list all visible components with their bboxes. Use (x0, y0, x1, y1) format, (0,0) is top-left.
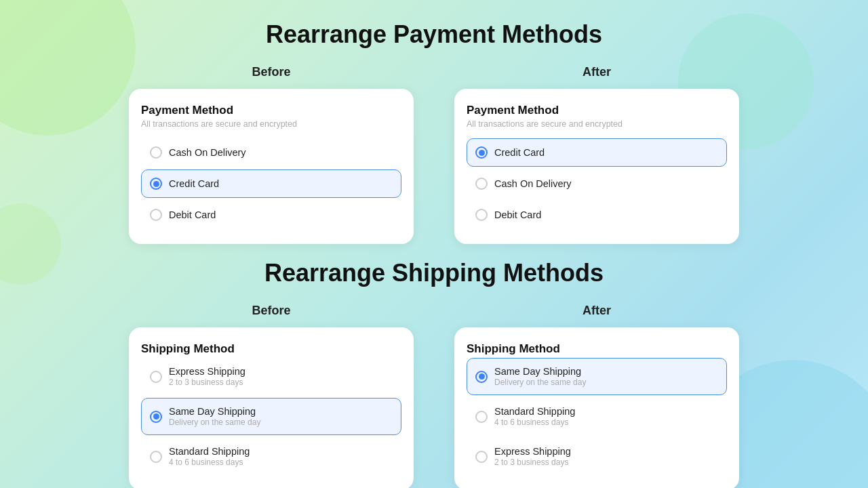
radio-standard-before (150, 451, 162, 463)
option-sublabel-express-before: 2 to 3 business days (169, 378, 245, 387)
option-label-dc-before: Debit Card (169, 209, 216, 220)
shipping-before-option-standard[interactable]: Standard Shipping 4 to 6 business days (141, 438, 401, 475)
payment-after-label: After (454, 65, 739, 79)
shipping-before-card: Shipping Method Express Shipping 2 to 3 … (129, 327, 414, 488)
radio-cod-before (150, 146, 162, 159)
option-label-cod-before: Cash On Delivery (169, 147, 246, 158)
option-label-dc-after: Debit Card (494, 209, 541, 220)
payment-after-option-cc[interactable]: Credit Card (467, 138, 727, 167)
shipping-after-card: Shipping Method Same Day Shipping Delive… (454, 327, 739, 488)
payment-after-option-dc[interactable]: Debit Card (467, 201, 727, 229)
payment-after-column: After Payment Method All transactions ar… (454, 65, 739, 244)
radio-inner-sameday-after (479, 373, 485, 380)
shipping-after-column: After Shipping Method Same Day Shipping … (454, 304, 739, 488)
radio-inner-sameday-before (153, 413, 159, 420)
payment-columns: Before Payment Method All transactions a… (0, 65, 868, 244)
shipping-columns: Before Shipping Method Express Shipping … (0, 304, 868, 488)
option-sublabel-sameday-after: Delivery on the same day (494, 378, 586, 387)
shipping-after-label: After (454, 304, 739, 318)
option-label-cc-before: Credit Card (169, 178, 219, 189)
payment-before-column: Before Payment Method All transactions a… (129, 65, 414, 244)
radio-sameday-before (150, 411, 162, 423)
radio-cc-after (475, 146, 488, 159)
option-sublabel-express-after: 2 to 3 business days (494, 458, 571, 467)
shipping-after-option-standard[interactable]: Standard Shipping 4 to 6 business days (467, 398, 727, 435)
payment-before-option-cod[interactable]: Cash On Delivery (141, 138, 401, 167)
shipping-section-title: Rearrange Shipping Methods (0, 259, 868, 287)
radio-inner-cc-before (153, 181, 159, 187)
shipping-after-card-title: Shipping Method (467, 342, 727, 356)
payment-after-card: Payment Method All transactions are secu… (454, 89, 739, 244)
payment-after-card-title: Payment Method (467, 104, 727, 117)
radio-express-after (475, 451, 488, 463)
option-label-standard-before: Standard Shipping (169, 446, 250, 457)
shipping-before-card-title: Shipping Method (141, 342, 401, 356)
radio-cc-before (150, 178, 162, 190)
option-label-sameday-after: Same Day Shipping (494, 366, 586, 377)
payment-before-card-subtitle: All transactions are secure and encrypte… (141, 119, 401, 129)
option-sublabel-standard-after: 4 to 6 business days (494, 418, 575, 427)
radio-express-before (150, 371, 162, 383)
shipping-after-option-express[interactable]: Express Shipping 2 to 3 business days (467, 438, 727, 475)
radio-dc-before (150, 209, 162, 221)
payment-after-option-cod[interactable]: Cash On Delivery (467, 169, 727, 198)
page-content: Rearrange Payment Methods Before Payment… (0, 0, 868, 488)
option-label-cc-after: Credit Card (494, 147, 545, 158)
shipping-before-column: Before Shipping Method Express Shipping … (129, 304, 414, 488)
option-label-express-after: Express Shipping (494, 446, 571, 457)
payment-before-option-dc[interactable]: Debit Card (141, 201, 401, 229)
radio-cod-after (475, 178, 488, 190)
payment-before-card-title: Payment Method (141, 104, 401, 117)
payment-section-title: Rearrange Payment Methods (0, 20, 868, 49)
payment-before-card: Payment Method All transactions are secu… (129, 89, 414, 244)
payment-after-card-subtitle: All transactions are secure and encrypte… (467, 119, 727, 129)
shipping-before-label: Before (129, 304, 414, 318)
radio-dc-after (475, 209, 488, 221)
option-label-express-before: Express Shipping (169, 366, 245, 377)
payment-before-label: Before (129, 65, 414, 79)
option-sublabel-sameday-before: Delivery on the same day (169, 418, 260, 427)
shipping-before-option-sameday[interactable]: Same Day Shipping Delivery on the same d… (141, 398, 401, 435)
option-label-cod-after: Cash On Delivery (494, 178, 572, 189)
payment-before-option-cc[interactable]: Credit Card (141, 169, 401, 198)
option-sublabel-standard-before: 4 to 6 business days (169, 458, 250, 467)
shipping-before-option-express[interactable]: Express Shipping 2 to 3 business days (141, 358, 401, 395)
option-label-sameday-before: Same Day Shipping (169, 406, 260, 417)
radio-sameday-after (475, 371, 488, 383)
option-label-standard-after: Standard Shipping (494, 406, 575, 417)
radio-standard-after (475, 411, 488, 423)
radio-inner-cc-after (479, 150, 485, 156)
shipping-after-option-sameday[interactable]: Same Day Shipping Delivery on the same d… (467, 358, 727, 395)
